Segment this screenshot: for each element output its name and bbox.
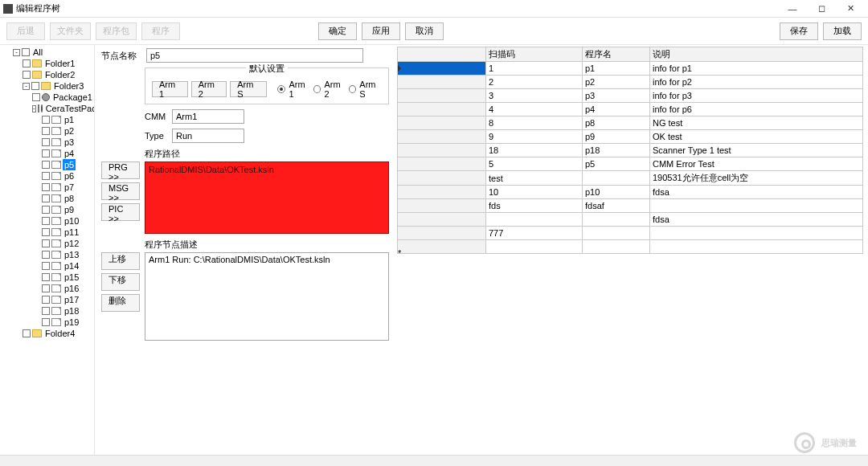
armS-button[interactable]: Arm S <box>230 81 267 97</box>
table-row[interactable]: 3p3info for p3 <box>398 89 863 103</box>
tree-folder[interactable]: Folder1 <box>23 58 94 69</box>
tree-package[interactable]: Package1 <box>32 92 94 103</box>
col-desc[interactable]: 说明 <box>649 47 862 62</box>
tree-program[interactable]: p15 <box>42 272 94 283</box>
node-desc-text: Arm1 Run: C:\RationalDMIS\Data\OKTest.ks… <box>149 255 330 264</box>
wechat-icon <box>794 432 815 453</box>
package-button[interactable]: 程序包 <box>96 22 137 40</box>
tree-package[interactable]: -CeraTestPack <box>32 103 94 114</box>
armS-radio[interactable] <box>349 85 356 93</box>
filelist-button[interactable]: 文件夹 <box>50 22 91 40</box>
default-settings-title: 默认设置 <box>246 63 288 75</box>
tree-program[interactable]: p19 <box>42 317 94 328</box>
table-row[interactable]: 2p2info for p2 <box>398 76 863 89</box>
horizontal-scrollbar[interactable] <box>0 455 868 466</box>
apply-button[interactable]: 应用 <box>362 22 400 40</box>
node-name-label: 节点名称 <box>101 50 141 62</box>
node-desc-label: 程序节点描述 <box>145 239 389 251</box>
ok-button[interactable]: 确定 <box>318 22 357 40</box>
tree-folder[interactable]: Folder2 <box>23 69 94 80</box>
tree-program[interactable]: p12 <box>42 238 94 249</box>
table-row[interactable]: 10p10fdsa <box>398 186 863 199</box>
tree-program[interactable]: p18 <box>42 305 94 317</box>
program-path-box[interactable]: RationalDMIS\Data\OKTest.ksln <box>145 161 389 234</box>
tree-root[interactable]: -All <box>13 47 94 58</box>
row-header-blank <box>398 47 486 62</box>
app-icon <box>3 4 13 14</box>
table-row[interactable]: 18p18Scanner Type 1 test <box>398 144 863 157</box>
program-path-text: RationalDMIS\Data\OKTest.ksln <box>149 165 274 174</box>
armS-radio-label: Arm S <box>359 80 382 99</box>
moveup-button[interactable]: 上移 <box>101 252 140 270</box>
tree-program[interactable]: p17 <box>42 294 94 305</box>
default-settings-group: 默认设置 Arm 1 Arm 2 Arm S Arm 1 Arm 2 Arm S <box>145 67 389 104</box>
tree-program[interactable]: p13 <box>42 249 94 260</box>
tree-program[interactable]: p8 <box>42 193 94 204</box>
arm1-radio[interactable] <box>277 85 285 93</box>
top-toolbar: 后退 文件夹 程序包 程序 确定 应用 取消 保存 加载 <box>0 18 868 45</box>
load-button[interactable]: 加载 <box>823 22 862 40</box>
maximize-button[interactable]: ◻ <box>807 1 836 17</box>
tree-program[interactable]: p11 <box>42 227 94 238</box>
tree-program[interactable]: p1 <box>42 114 94 125</box>
program-button[interactable]: 程序 <box>141 22 180 40</box>
tree-program[interactable]: p5 <box>42 159 94 170</box>
close-button[interactable]: ✕ <box>836 1 865 17</box>
col-prog[interactable]: 程序名 <box>583 47 650 62</box>
table-row[interactable]: fdsa <box>398 213 863 227</box>
tree-program[interactable]: p6 <box>42 170 94 182</box>
tree-program[interactable]: p3 <box>42 137 94 148</box>
tree-program[interactable]: p10 <box>42 215 94 227</box>
tree-panel[interactable]: -All Folder1 Folder2 -Folder3 Package1 -… <box>0 45 95 455</box>
window-title: 编辑程序树 <box>16 2 60 14</box>
movedown-button[interactable]: 下移 <box>101 273 140 291</box>
arm2-radio[interactable] <box>313 85 321 93</box>
tree-folder[interactable]: -Folder3 <box>23 80 94 92</box>
table-row[interactable]: 8p8NG test <box>398 117 863 130</box>
table-row[interactable]: fdsfdsaf <box>398 199 863 213</box>
arm1-radio-label: Arm 1 <box>289 80 310 99</box>
arm2-button[interactable]: Arm 2 <box>191 81 227 97</box>
save-button[interactable]: 保存 <box>780 22 818 40</box>
table-panel: 扫描码 程序名 说明 1p1info for p12p2info for p23… <box>394 45 868 455</box>
node-name-input[interactable] <box>146 48 363 63</box>
cmm-label: CMM <box>145 112 167 121</box>
tree-program[interactable]: p9 <box>42 204 94 215</box>
cancel-button[interactable]: 取消 <box>405 22 444 40</box>
minimize-button[interactable]: — <box>778 1 807 17</box>
tree-program[interactable]: p14 <box>42 260 94 272</box>
table-row[interactable]: test190531允许任意cell为空 <box>398 171 863 186</box>
tree-program[interactable]: p7 <box>42 182 94 193</box>
type-label: Type <box>145 131 167 141</box>
pic-button[interactable]: PIC >> <box>101 203 140 221</box>
watermark: 思瑞测量 <box>794 432 857 453</box>
node-desc-box[interactable]: Arm1 Run: C:\RationalDMIS\Data\OKTest.ks… <box>145 252 389 341</box>
table-row[interactable]: 5p5CMM Error Test <box>398 157 863 171</box>
program-path-label: 程序路径 <box>145 148 389 160</box>
back-button[interactable]: 后退 <box>6 22 45 40</box>
watermark-text: 思瑞测量 <box>821 437 857 449</box>
table-row[interactable]: 777 <box>398 227 863 240</box>
cmm-input[interactable] <box>172 109 244 124</box>
type-input[interactable] <box>172 129 244 143</box>
tree-program[interactable]: p2 <box>42 125 94 137</box>
table-row-new[interactable]: * <box>398 240 863 254</box>
col-scan[interactable]: 扫描码 <box>486 47 583 62</box>
tree-program[interactable]: p4 <box>42 148 94 159</box>
tree-program[interactable]: p16 <box>42 283 94 294</box>
form-panel: 节点名称 默认设置 Arm 1 Arm 2 Arm S Arm 1 Arm 2 … <box>95 45 394 455</box>
delete-button[interactable]: 删除 <box>101 294 140 312</box>
scan-table[interactable]: 扫描码 程序名 说明 1p1info for p12p2info for p23… <box>397 47 863 254</box>
prg-button[interactable]: PRG >> <box>101 161 140 179</box>
window-titlebar: 编辑程序树 — ◻ ✕ <box>0 0 868 18</box>
tree-folder[interactable]: Folder4 <box>23 328 94 339</box>
arm2-radio-label: Arm 2 <box>324 80 346 99</box>
table-row[interactable]: 1p1info for p1 <box>398 62 863 76</box>
arm1-button[interactable]: Arm 1 <box>152 81 188 97</box>
table-row[interactable]: 4p4info for p6 <box>398 103 863 117</box>
msg-button[interactable]: MSG >> <box>101 182 140 200</box>
table-row[interactable]: 9p9OK test <box>398 130 863 144</box>
